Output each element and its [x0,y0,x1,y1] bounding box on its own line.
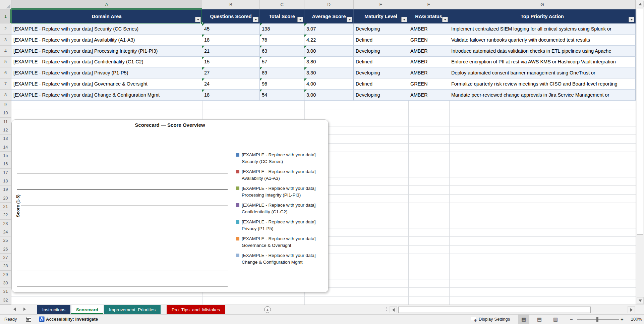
cell-E4[interactable]: Developing [354,46,408,57]
cell-B8[interactable]: 18 [202,90,260,101]
cell-E2[interactable]: Developing [354,23,408,35]
cell-C7[interactable]: 96 [260,78,304,90]
row-header-31[interactable]: 31 [0,287,11,296]
zoom-in-button[interactable]: + [621,316,624,322]
macro-record-icon[interactable] [26,317,31,322]
row-header-5[interactable]: 5 [0,57,11,68]
legend-item[interactable]: [EXAMPLE - Replace with your data]Confid… [236,202,326,215]
cell-G3[interactable]: Validate failover runbooks quarterly wit… [449,35,636,46]
prev-sheet-button[interactable] [13,308,16,311]
cell-F6[interactable]: AMBER [408,67,449,78]
cell-D2[interactable]: 3.07 [304,23,354,35]
row-header-27[interactable]: 27 [0,254,11,262]
sheet-tab-improvement_priorities[interactable]: Improvement_Priorities [104,305,161,314]
row-header-6[interactable]: 6 [0,67,11,78]
cell-C3[interactable]: 76 [260,35,304,46]
cell-B3[interactable]: 18 [202,35,260,46]
select-all-corner[interactable] [0,0,11,9]
filter-dropdown-button[interactable] [347,17,352,22]
row-header-15[interactable]: 15 [0,152,11,160]
cell-G4[interactable]: Introduce automated data validation chec… [449,46,636,57]
sheet-tab-instructions[interactable]: Instructions [37,305,70,314]
next-sheet-button[interactable] [23,308,26,311]
new-sheet-button[interactable]: + [264,306,271,313]
filter-dropdown-button[interactable] [253,17,258,22]
filter-dropdown-button[interactable] [629,17,634,22]
cell-A6[interactable]: [EXAMPLE - Replace with your data] Priva… [11,67,202,78]
cell-G2[interactable]: Implement centralized SIEM logging for a… [449,23,636,35]
sheet-tab-pro_tips_and_mistakes[interactable]: Pro_Tips_and_Mistakes [167,305,225,314]
cell-F2[interactable]: AMBER [408,23,449,35]
cell-D3[interactable]: 4.22 [304,35,354,46]
cell-D5[interactable]: 3.80 [304,57,354,68]
page-break-preview-button[interactable]: ▥ [550,315,561,324]
cell-C6[interactable]: 89 [260,67,304,78]
cell-C5[interactable]: 57 [260,57,304,68]
cell-E7[interactable]: Defined [354,78,408,90]
cell-A7[interactable]: [EXAMPLE - Replace with your data] Gover… [11,78,202,90]
cell-E3[interactable]: Defined [354,35,408,46]
row-header-12[interactable]: 12 [0,126,11,134]
scrollbar-grip-icon[interactable]: ⋮ [384,306,389,311]
cell-B7[interactable]: 24 [202,78,260,90]
cell-D8[interactable]: 3.00 [304,90,354,101]
cell-D6[interactable]: 3.30 [304,67,354,78]
scroll-down-button[interactable] [637,297,644,304]
filter-dropdown-button[interactable] [195,17,201,22]
accessibility-status[interactable]: Accessibility: Investigate [46,317,98,322]
cell-A5[interactable]: [EXAMPLE - Replace with your data] Confi… [11,57,202,68]
legend-item[interactable]: [EXAMPLE - Replace with your data]Availa… [236,168,326,182]
row-header-29[interactable]: 29 [0,271,11,279]
row-header-28[interactable]: 28 [0,262,11,270]
vertical-scroll-thumb[interactable] [637,8,643,235]
cell-B6[interactable]: 27 [202,67,260,78]
cell-B2[interactable]: 45 [202,23,260,35]
scroll-right-button[interactable] [628,306,635,313]
filter-dropdown-button[interactable] [442,17,448,22]
row-header-1[interactable]: 1 [0,9,11,23]
cell-A8[interactable]: [EXAMPLE - Replace with your data] Chang… [11,90,202,101]
cell-G8[interactable]: Mandate peer-reviewed change approvals i… [449,90,636,101]
row-header-8[interactable]: 8 [0,90,11,101]
cell-E5[interactable]: Defined [354,57,408,68]
vertical-scrollbar[interactable] [636,0,644,305]
cell-B5[interactable]: 15 [202,57,260,68]
legend-item[interactable]: [EXAMPLE - Replace with your data]Change… [236,252,326,266]
row-header-13[interactable]: 13 [0,134,11,143]
column-header-c[interactable]: C [260,0,304,9]
cell-F8[interactable]: AMBER [408,90,449,101]
page-layout-view-button[interactable]: ▤ [534,315,545,324]
column-header-d[interactable]: D [304,0,354,9]
cell-D4[interactable]: 3.00 [304,46,354,57]
row-header-26[interactable]: 26 [0,245,11,254]
row-header-32[interactable]: 32 [0,296,11,305]
score-overview-chart[interactable]: Scorecard — Score Overview Score (1-5) [… [11,119,329,292]
row-header-7[interactable]: 7 [0,78,11,90]
filter-dropdown-button[interactable] [297,17,303,22]
cell-G6[interactable]: Deploy automated consent banner manageme… [449,67,636,78]
normal-view-button[interactable]: ▦ [518,315,529,324]
sheet-grid[interactable]: Domain AreaQuestions ScoredTotal ScoreAv… [11,9,636,305]
legend-item[interactable]: [EXAMPLE - Replace with your data]Proces… [236,185,326,199]
row-header-20[interactable]: 20 [0,194,11,203]
filter-dropdown-button[interactable] [401,17,407,22]
sheet-tab-scorecard[interactable]: Scorecard [71,305,103,314]
cell-A3[interactable]: [EXAMPLE - Replace with your data] Avail… [11,35,202,46]
row-header-10[interactable]: 10 [0,109,11,117]
row-header-16[interactable]: 16 [0,160,11,168]
cell-G5[interactable]: Enforce encryption of PII at rest via AW… [449,57,636,68]
horizontal-scroll-thumb[interactable] [398,307,591,313]
column-header-g[interactable]: G [449,0,636,9]
zoom-out-button[interactable]: − [570,316,573,322]
column-header-f[interactable]: F [408,0,449,9]
cell-C4[interactable]: 63 [260,46,304,57]
cell-D7[interactable]: 4.00 [304,78,354,90]
zoom-level[interactable]: 100% [629,317,642,322]
row-header-30[interactable]: 30 [0,279,11,287]
cell-F7[interactable]: GREEN [408,78,449,90]
row-header-17[interactable]: 17 [0,169,11,177]
row-header-9[interactable]: 9 [0,101,11,109]
display-settings-button[interactable]: Display Settings [479,317,510,322]
column-header-a[interactable]: A [11,0,202,9]
scroll-left-button[interactable] [390,306,397,313]
